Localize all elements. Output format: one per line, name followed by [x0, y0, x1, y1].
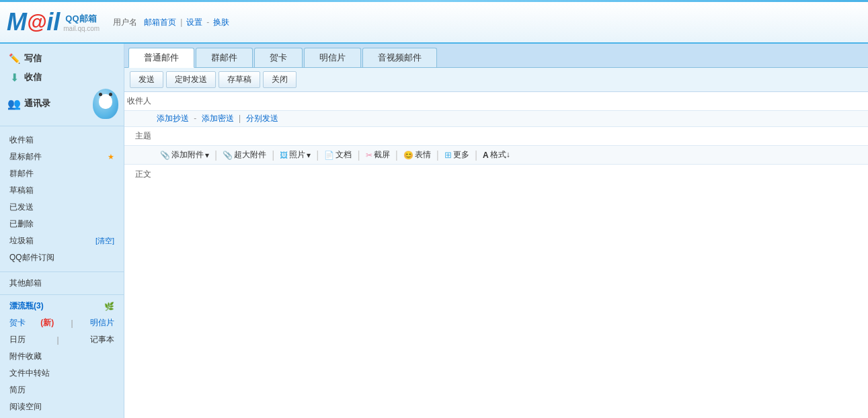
tab-group[interactable]: 群邮件 [196, 48, 253, 67]
attach-sep4: | [357, 150, 360, 161]
sidebar-item-qq-subscribe[interactable]: QQ邮件订阅 [0, 249, 124, 266]
attach-sep3: | [316, 150, 319, 161]
sidebar-item-calendar[interactable]: 日历 | 记事本 [0, 331, 124, 348]
tab-media[interactable]: 音视频邮件 [362, 48, 437, 67]
sidebar-item-sent[interactable]: 已发送 [0, 199, 124, 216]
more-label: 更多 [453, 149, 469, 161]
emoji-icon: 😊 [403, 151, 413, 160]
sidebar-item-drift[interactable]: 漂流瓶(3) 🌿 [0, 298, 124, 315]
sidebar-item-receive[interactable]: ⬇ 收信 [0, 68, 124, 87]
body-label: 正文 [124, 165, 157, 180]
cc-sep1: - [194, 114, 196, 123]
brand-name: QQ邮箱 [65, 13, 100, 25]
body-row: 正文 [124, 165, 868, 418]
sidebar-item-attachment[interactable]: 附件收藏 [0, 348, 124, 365]
sidebar-item-greeting[interactable]: 贺卡 (新) | 明信片 [0, 315, 124, 331]
sidebar: ✏️ 写信 ⬇ 收信 👥 通讯录 [0, 44, 124, 418]
nav-sep1: | [180, 17, 182, 27]
tab-normal[interactable]: 普通邮件 [128, 48, 194, 68]
add-attachment-label: 添加附件 [171, 149, 204, 161]
to-input-area [157, 95, 868, 108]
scheduled-send-button[interactable]: 定时发送 [166, 71, 216, 88]
sidebar-item-deleted[interactable]: 已删除 [0, 216, 124, 233]
drift-icon: 🌿 [104, 302, 114, 311]
sidebar-item-inbox[interactable]: 收件箱 [0, 132, 124, 149]
document-icon: 📄 [324, 151, 334, 160]
contacts-label: 通讯录 [24, 97, 50, 110]
document-button[interactable]: 📄 文档 [321, 149, 355, 161]
to-input[interactable] [157, 95, 868, 108]
subject-label: 主题 [124, 130, 157, 142]
topbar: M @ il QQ邮箱 mail.qq.com 用户名 邮箱首页 | 设置 - … [0, 2, 868, 44]
sidebar-item-other-mailbox[interactable]: 其他邮箱 [0, 275, 124, 292]
close-button[interactable]: 关闭 [263, 71, 297, 88]
nav-settings-link[interactable]: 设置 [186, 17, 202, 28]
to-row: 收件人 [124, 92, 868, 111]
nav-skin-link[interactable]: 换肤 [213, 17, 229, 28]
receive-label: 收信 [24, 71, 42, 83]
user-display: 用户名 [113, 17, 137, 28]
screenshot-icon: ✂ [366, 151, 372, 160]
save-draft-button[interactable]: 存草稿 [219, 71, 260, 88]
photo-dropdown-icon: ▾ [307, 151, 311, 160]
sidebar-item-resume[interactable]: 简历 [0, 382, 124, 399]
sidebar-item-write[interactable]: ✏️ 写信 [0, 49, 124, 68]
attach-sep7: | [475, 150, 477, 161]
photo-button[interactable]: 🖼 照片 ▾ [276, 149, 314, 161]
tab-greeting[interactable]: 贺卡 [254, 48, 303, 67]
subject-input-area [157, 130, 868, 143]
paperclip-icon: 📎 [160, 151, 170, 160]
photo-label: 照片 [289, 149, 305, 161]
add-attachment-button[interactable]: 📎 添加附件 ▾ [157, 149, 212, 161]
subject-row: 主题 [124, 127, 868, 146]
subject-input[interactable] [157, 130, 868, 143]
attach-dropdown-icon: ▾ [205, 151, 209, 160]
attach-sep6: | [436, 150, 439, 161]
contacts-icon: 👥 [8, 97, 20, 110]
spam-clear-link[interactable]: [清空] [95, 236, 114, 246]
star-icon: ★ [108, 153, 114, 161]
sidebar-item-groups[interactable]: 群邮件 [0, 165, 124, 182]
attach-sep2: | [272, 150, 274, 161]
format-icon: A [483, 151, 489, 160]
pipe1: | [71, 319, 73, 328]
large-attachment-label: 超大附件 [234, 149, 266, 161]
apps-icon: ⊞ [444, 150, 452, 160]
sidebar-item-reading[interactable]: 阅读空间 [0, 399, 124, 415]
emoji-label: 表情 [415, 149, 431, 161]
screenshot-button[interactable]: ✂ 截屏 [362, 149, 393, 161]
brand-domain: mail.qq.com [63, 25, 100, 32]
pipe2: | [56, 335, 58, 345]
tab-postcard[interactable]: 明信片 [304, 48, 361, 67]
compose-form: 收件人 添加抄送 - 添加密送 | 分别发送 主题 [124, 92, 868, 418]
cc-sep2: | [239, 114, 241, 123]
emoji-button[interactable]: 😊 表情 [400, 149, 434, 161]
sidebar-quick-actions: ✏️ 写信 ⬇ 收信 👥 通讯录 [0, 44, 124, 123]
sidebar-item-starred[interactable]: 星标邮件 ★ [0, 149, 124, 165]
separate-send-link[interactable]: 分别发送 [246, 114, 278, 123]
sidebar-item-drafts[interactable]: 草稿箱 [0, 182, 124, 199]
large-attachment-button[interactable]: 📎 超大附件 [219, 149, 270, 161]
sidebar-item-spam[interactable]: 垃圾箱 [清空] [0, 233, 124, 249]
greeting-new-badge: (新) [40, 317, 54, 329]
sidebar-item-contacts[interactable]: 👥 通讯录 [0, 94, 87, 113]
cc-bcc-row: 添加抄送 - 添加密送 | 分别发送 [124, 111, 868, 127]
add-cc-link[interactable]: 添加抄送 [157, 114, 189, 123]
more-button[interactable]: ⊞ 更多 [441, 149, 473, 161]
sidebar-item-file-transfer[interactable]: 文件中转站 [0, 365, 124, 382]
format-button[interactable]: A 格式↓ [479, 149, 514, 161]
sidebar-divider2 [0, 271, 124, 272]
send-button[interactable]: 发送 [130, 71, 163, 88]
to-label: 收件人 [124, 95, 157, 107]
sidebar-nav: 收件箱 星标邮件 ★ 群邮件 草稿箱 已发送 已删除 垃圾箱 [清空] [0, 129, 124, 269]
body-textarea[interactable] [157, 165, 868, 418]
attachment-toolbar: 📎 添加附件 ▾ | 📎 超大附件 | 🖼 照片 ▾ | 📄 [124, 146, 868, 165]
logo-il: il [46, 8, 60, 36]
logo-at: @ [27, 11, 46, 34]
content-area: 普通邮件 群邮件 贺卡 明信片 音视频邮件 发送 定时发送 存草稿 关闭 收件人 [124, 44, 868, 418]
write-label: 写信 [24, 52, 42, 65]
format-label: 格式↓ [490, 149, 510, 161]
add-bcc-link[interactable]: 添加密送 [202, 114, 234, 123]
write-icon: ✏️ [8, 52, 20, 65]
nav-home-link[interactable]: 邮箱首页 [144, 17, 176, 28]
